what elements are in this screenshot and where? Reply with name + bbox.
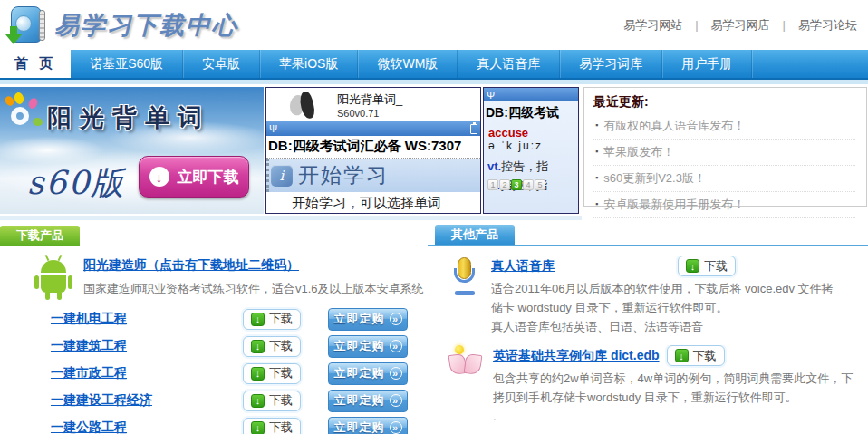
nav-tab-home[interactable]: 首 页 xyxy=(0,50,71,78)
promo-bottom: s60版 ↓ 立即下载 xyxy=(0,156,264,207)
order-now-button[interactable]: 立即定购 » xyxy=(328,335,408,358)
download-button[interactable]: ↓ 下载 xyxy=(243,309,301,330)
download-arrow-icon: ↓ xyxy=(251,367,265,381)
chevron-right-icon: » xyxy=(390,394,402,407)
row-link[interactable]: 一建建筑工程 xyxy=(51,338,243,354)
page-button-5[interactable]: 5 xyxy=(535,179,545,190)
nav-tab-wm[interactable]: 微软WM版 xyxy=(358,50,458,78)
chevron-right-icon: » xyxy=(390,421,402,434)
row-link[interactable]: 一建公路工程 xyxy=(51,420,243,434)
download-arrow-icon: ↓ xyxy=(251,340,265,353)
order-now-button[interactable]: 立即定购 » xyxy=(328,308,408,331)
update-item[interactable]: 苹果版发布！ xyxy=(593,140,855,166)
download-arrow-icon: ↓ xyxy=(251,421,265,434)
download-rows: 一建机电工程 ↓ 下载 立即定购 » 一建建筑工程 ↓ 下载 xyxy=(0,304,428,434)
update-item[interactable]: s60更新到V2.3版！ xyxy=(593,166,855,192)
other-product-tool: w 阳光背单词词库制作工具 UTF8 ↓ 下载 xyxy=(428,427,868,434)
nav-tab-s60[interactable]: 诺基亚S60版 xyxy=(71,50,183,78)
app-screenshot-2: Ψ DB:四级考试 accuse ə ˈk ju:z vt.控告，指 vi.指控… xyxy=(483,87,579,214)
banner-download-button[interactable]: ↓ 立即下载 xyxy=(139,156,249,198)
nav-tab-manual[interactable]: 用户手册 xyxy=(662,50,752,78)
order-now-button[interactable]: 立即定购 » xyxy=(328,390,408,412)
app-title: 阳光背单词_ xyxy=(337,92,480,108)
downloads-column: 下载产品 阳光建造师（点击有下载地址二维码） 国家建造师职业资格考试练习软件，适… xyxy=(0,225,428,434)
book-icon xyxy=(448,345,484,380)
download-button[interactable]: ↓ 下载 xyxy=(243,418,301,434)
promo-title: 阳光背单词 xyxy=(47,101,210,134)
top-link-forum[interactable]: 易学习论坛 xyxy=(798,17,857,34)
nav-tab-ios[interactable]: 苹果iOS版 xyxy=(260,50,358,78)
update-item[interactable]: 安卓版最新使用手册发布！ xyxy=(593,192,855,218)
promo-edition: s60版 xyxy=(27,161,125,206)
other-desc-line: 包含共享的约2w单词音标，4w单词的例句，简明词典需要此文件，下 xyxy=(493,370,868,389)
others-column: 其他产品 真人语音库 ↓ 下载 适合2011年06月以后版本的软件使用，下载后将… xyxy=(428,225,868,434)
nav-tab-android[interactable]: 安卓版 xyxy=(183,50,260,78)
banner-download-label: 立即下载 xyxy=(178,167,239,188)
download-button[interactable]: ↓ 下载 xyxy=(243,363,301,384)
site-logo[interactable]: 易学习下载中心 xyxy=(5,5,238,46)
section-tab-others[interactable]: 其他产品 xyxy=(435,225,515,245)
top-link-store[interactable]: 易学习网店 xyxy=(711,17,770,34)
menu-item-desc: 开始学习，可以选择单词 xyxy=(266,192,480,212)
menu-item-label: 开始学习 xyxy=(298,161,389,189)
chevron-right-icon: » xyxy=(390,313,402,325)
section-tab-downloads[interactable]: 下载产品 xyxy=(0,226,80,246)
battery-icon xyxy=(470,124,477,134)
download-row: 一建建筑工程 ↓ 下载 立即定购 » xyxy=(51,333,428,360)
antenna-icon: Ψ xyxy=(269,123,277,134)
main-nav: 首 页 诺基亚S60版 安卓版 苹果iOS版 微软WM版 真人语音库 易学习词库… xyxy=(0,50,868,80)
other-title-link[interactable]: 真人语音库 xyxy=(491,258,670,275)
app-logo-icon xyxy=(290,92,330,119)
menu-selected-row: i 开始学习 xyxy=(266,159,480,192)
row-link[interactable]: 一建市政工程 xyxy=(51,365,243,381)
row-link[interactable]: 一建机电工程 xyxy=(51,311,243,327)
promo-banner[interactable]: 阳光背单词 s60版 ↓ 立即下载 xyxy=(0,87,264,214)
featured-product: 阳光建造师（点击有下载地址二维码） 国家建造师职业资格考试练习软件，适合v1.6… xyxy=(0,246,428,304)
download-arrow-icon: ↓ xyxy=(251,313,265,326)
order-now-button[interactable]: 立即定购 » xyxy=(328,362,408,385)
download-button[interactable]: ↓ 下载 xyxy=(243,336,301,357)
product-title-link[interactable]: 阳光建造师（点击有下载地址二维码） xyxy=(83,257,299,272)
order-now-button[interactable]: 立即定购 » xyxy=(328,417,408,434)
download-arrow-icon: ↓ xyxy=(149,167,169,187)
word-meaning-1: vt.控告，指 xyxy=(484,159,578,174)
word-phonetic: ə ˈk ju:z xyxy=(484,140,578,152)
download-arrow-icon: ↓ xyxy=(251,394,265,408)
top-header: 易学习下载中心 易学习网站 | 易学习网店 | 易学习论坛 xyxy=(0,0,868,50)
other-desc-line: . xyxy=(493,408,868,427)
word-headword: accuse xyxy=(484,127,578,140)
download-row: 一建公路工程 ↓ 下载 立即定购 » xyxy=(51,414,428,434)
download-row: 一建机电工程 ↓ 下载 立即定购 » xyxy=(51,305,428,333)
app-version: S60v0.71 xyxy=(337,108,480,119)
page-button-2[interactable]: 2 xyxy=(499,179,510,190)
page: 易学习下载中心 易学习网站 | 易学习网店 | 易学习论坛 首 页 诺基亚S60… xyxy=(0,0,868,434)
antenna-icon: Ψ xyxy=(487,90,495,101)
row-link[interactable]: 一建建设工程经济 xyxy=(51,392,243,409)
download-row: 一建建设工程经济 ↓ 下载 立即定购 » xyxy=(51,387,428,414)
pagination: 1 2 3 4 5 xyxy=(487,179,545,190)
db-info-line: DB:四级考试 xyxy=(484,101,578,127)
page-button-4[interactable]: 4 xyxy=(523,179,534,190)
phone-status-bar: Ψ xyxy=(266,121,480,136)
nav-tab-dict[interactable]: 易学习词库 xyxy=(560,50,662,78)
app-screenshot-1: 阳光背单词_ S60v0.71 Ψ DB:四级考试词汇必备 WS:7307 i … xyxy=(265,87,481,214)
nav-tab-voice[interactable]: 真人语音库 xyxy=(458,50,560,78)
sun-logo-icon xyxy=(4,92,47,136)
android-icon xyxy=(34,256,72,300)
page-button-1[interactable]: 1 xyxy=(487,179,498,190)
info-icon: i xyxy=(271,165,293,187)
download-button[interactable]: ↓ 下载 xyxy=(678,256,736,276)
other-desc-line: 真人语音库包括英语、日语、法语等语音 xyxy=(491,318,868,337)
download-button[interactable]: ↓ 下载 xyxy=(243,391,301,411)
other-product-dict: 英语基础共享例句库 dict.edb ↓ 下载 包含共享的约2w单词音标，4w单… xyxy=(428,336,868,426)
download-button[interactable]: ↓ 下载 xyxy=(667,345,725,366)
site-title: 易学习下载中心 xyxy=(54,9,238,42)
top-link-website[interactable]: 易学习网站 xyxy=(623,17,682,34)
db-info-line: DB:四级考试词汇必备 WS:7307 xyxy=(266,136,480,159)
other-product-voice: 真人语音库 ↓ 下载 适合2011年06月以后版本的软件使用，下载后将 voic… xyxy=(428,246,868,336)
page-button-3-active[interactable]: 3 xyxy=(511,179,522,190)
update-item[interactable]: 有版权的真人语音库发布！ xyxy=(593,113,855,140)
top-links: 易学习网站 | 易学习网店 | 易学习论坛 xyxy=(623,17,857,34)
link-separator: | xyxy=(783,18,786,32)
other-title-link[interactable]: 英语基础共享例句库 dict.edb xyxy=(493,348,660,364)
